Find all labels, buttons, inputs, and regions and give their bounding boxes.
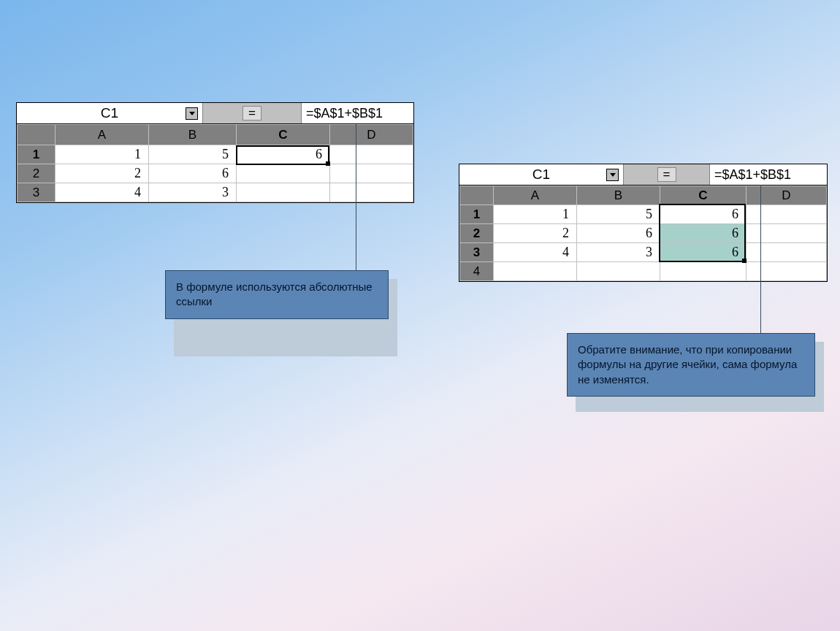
formula-equals: = — [203, 103, 302, 123]
name-box-dropdown-icon[interactable] — [186, 107, 198, 120]
row-header-1[interactable]: 1 — [18, 145, 56, 164]
leader-line — [760, 185, 761, 333]
cell[interactable] — [330, 183, 413, 202]
row-header-3[interactable]: 3 — [18, 183, 56, 202]
cell[interactable] — [577, 262, 660, 281]
cell[interactable]: 6 — [660, 205, 747, 224]
col-header-b[interactable]: B — [577, 186, 660, 205]
cell[interactable] — [747, 205, 827, 224]
cell[interactable]: 1 — [494, 205, 577, 224]
cell[interactable]: 4 — [56, 183, 149, 202]
cell[interactable]: 6 — [660, 243, 747, 262]
cell[interactable]: 5 — [149, 145, 237, 164]
equals-icon[interactable]: = — [243, 106, 261, 121]
row-header-2[interactable]: 2 — [18, 164, 56, 183]
callout-text: Обратите внимание, что при копировании ф… — [578, 343, 797, 386]
cell[interactable]: 5 — [577, 205, 660, 224]
cell[interactable]: 4 — [494, 243, 577, 262]
cell[interactable]: 6 — [660, 224, 747, 243]
cell[interactable]: 6 — [577, 224, 660, 243]
col-header-a[interactable]: A — [494, 186, 577, 205]
col-header-d[interactable]: D — [747, 186, 827, 205]
col-header-c[interactable]: C — [237, 125, 330, 145]
equals-icon[interactable]: = — [657, 167, 676, 182]
name-box[interactable]: C1 — [459, 164, 624, 185]
cell[interactable] — [237, 183, 330, 202]
formula-bar: C1 = =$A$1+$B$1 — [17, 103, 413, 124]
spreadsheet-right: C1 = =$A$1+$B$1 A B C D 1 1 5 6 2 2 6 6 — [459, 164, 828, 282]
row-header-3[interactable]: 3 — [460, 243, 494, 262]
leader-line — [356, 124, 356, 270]
select-all-corner[interactable] — [18, 125, 56, 145]
col-header-a[interactable]: A — [56, 125, 149, 145]
formula-equals: = — [624, 164, 710, 185]
callout-copy-formula: Обратите внимание, что при копировании ф… — [567, 333, 815, 397]
formula-bar: C1 = =$A$1+$B$1 — [459, 164, 827, 186]
grid: A B C D 1 1 5 6 2 2 6 3 4 3 — [17, 124, 413, 202]
row-header-2[interactable]: 2 — [460, 224, 494, 243]
formula-input[interactable]: =$A$1+$B$1 — [302, 103, 413, 123]
cell[interactable] — [494, 262, 577, 281]
name-box-value: C1 — [532, 167, 550, 183]
formula-input[interactable]: =$A$1+$B$1 — [710, 164, 827, 185]
cell[interactable]: 6 — [237, 145, 330, 164]
cell[interactable] — [747, 224, 827, 243]
cell[interactable]: 2 — [494, 224, 577, 243]
cell[interactable]: 3 — [149, 183, 237, 202]
col-header-c[interactable]: C — [660, 186, 747, 205]
col-header-d[interactable]: D — [330, 125, 413, 145]
cell[interactable] — [660, 262, 747, 281]
select-all-corner[interactable] — [460, 186, 494, 205]
cell[interactable]: 6 — [149, 164, 237, 183]
col-header-b[interactable]: B — [149, 125, 237, 145]
cell[interactable] — [330, 164, 413, 183]
cell[interactable] — [747, 243, 827, 262]
cell[interactable]: 2 — [56, 164, 149, 183]
callout-absolute-refs: В формуле используются абсолютные ссылки — [165, 270, 389, 319]
spreadsheet-left: C1 = =$A$1+$B$1 A B C D 1 1 5 6 2 2 6 — [16, 102, 414, 203]
name-box[interactable]: C1 — [17, 103, 203, 123]
cell[interactable] — [237, 164, 330, 183]
cell[interactable] — [747, 262, 827, 281]
callout-text: В формуле используются абсолютные ссылки — [176, 280, 373, 307]
cell[interactable]: 1 — [56, 145, 149, 164]
name-box-value: C1 — [101, 105, 118, 121]
cell[interactable] — [330, 145, 413, 164]
cell[interactable]: 3 — [577, 243, 660, 262]
name-box-dropdown-icon[interactable] — [606, 169, 619, 181]
row-header-4[interactable]: 4 — [460, 262, 494, 281]
row-header-1[interactable]: 1 — [460, 205, 494, 224]
grid: A B C D 1 1 5 6 2 2 6 6 3 4 3 6 4 — [459, 186, 827, 281]
